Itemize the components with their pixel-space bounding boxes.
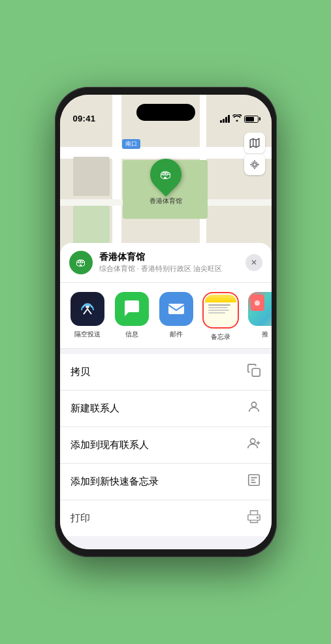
messages-icon xyxy=(115,292,149,326)
airdrop-icon xyxy=(71,292,104,326)
share-mail[interactable]: 邮件 xyxy=(154,292,198,342)
messages-label: 信息 xyxy=(125,330,138,339)
status-time: 09:41 xyxy=(73,114,96,123)
map-type-button[interactable] xyxy=(244,133,265,153)
share-more[interactable]: 推 xyxy=(243,292,272,342)
airdrop-label: 隔空投送 xyxy=(74,330,101,339)
svg-rect-7 xyxy=(252,368,260,376)
location-icon: 🏟 xyxy=(69,251,93,274)
bottom-sheet: 🏟 香港体育馆 综合体育馆 · 香港特别行政区 油尖旺区 ✕ xyxy=(60,243,272,549)
action-add-notes[interactable]: 添加到新快速备忘录 xyxy=(60,464,272,500)
phone-frame: 09:41 xyxy=(55,87,277,557)
action-copy[interactable]: 拷贝 xyxy=(60,354,272,391)
action-add-existing-label: 添加到现有联系人 xyxy=(71,439,247,451)
location-description: 综合体育馆 · 香港特别行政区 油尖旺区 xyxy=(99,264,239,274)
svg-marker-0 xyxy=(250,138,259,148)
share-airdrop[interactable]: 隔空投送 xyxy=(65,292,110,342)
action-add-notes-label: 添加到新快速备忘录 xyxy=(71,475,247,488)
mail-icon xyxy=(159,292,193,326)
map-controls xyxy=(244,133,265,175)
svg-point-9 xyxy=(250,439,255,443)
action-new-contact[interactable]: 新建联系人 xyxy=(60,391,272,427)
location-card: 🏟 香港体育馆 综合体育馆 · 香港特别行政区 油尖旺区 ✕ xyxy=(60,243,272,283)
action-new-contact-label: 新建联系人 xyxy=(71,402,247,415)
notes-label: 备忘录 xyxy=(211,332,230,342)
action-list: 拷贝 新建联系人 xyxy=(60,354,272,536)
svg-rect-6 xyxy=(168,304,184,314)
battery-icon xyxy=(244,116,259,123)
action-print-label: 打印 xyxy=(71,512,247,524)
svg-point-8 xyxy=(251,402,256,407)
map-label: 南口 xyxy=(122,139,140,149)
action-print[interactable]: 打印 xyxy=(60,500,272,536)
pin-label: 香港体育馆 xyxy=(150,197,182,206)
close-button[interactable]: ✕ xyxy=(245,254,262,271)
svg-point-3 xyxy=(253,163,256,166)
share-messages[interactable]: 信息 xyxy=(110,292,154,342)
status-icons xyxy=(220,114,259,123)
share-notes[interactable]: 备忘录 xyxy=(198,292,243,342)
action-copy-label: 拷贝 xyxy=(71,366,247,378)
dynamic-island xyxy=(136,104,195,121)
more-apps-label: 推 xyxy=(262,330,268,339)
notes-icon xyxy=(205,295,236,326)
person-add-icon xyxy=(247,436,261,454)
phone-screen: 09:41 xyxy=(60,95,272,549)
mail-label: 邮件 xyxy=(170,330,183,339)
location-pin: 🏟 香港体育馆 xyxy=(150,159,182,206)
location-button[interactable] xyxy=(244,154,265,175)
notes-action-icon xyxy=(247,473,261,491)
location-name: 香港体育馆 xyxy=(99,251,239,263)
person-icon xyxy=(247,400,261,417)
svg-point-12 xyxy=(257,517,258,518)
share-actions-row: 隔空投送 信息 xyxy=(60,283,272,349)
wifi-icon xyxy=(232,114,242,123)
copy-icon xyxy=(247,363,261,381)
location-info: 香港体育馆 综合体育馆 · 香港特别行政区 油尖旺区 xyxy=(99,251,239,274)
more-apps-icon xyxy=(248,292,272,326)
signal-icon xyxy=(220,115,230,123)
action-add-existing[interactable]: 添加到现有联系人 xyxy=(60,427,272,464)
print-icon xyxy=(247,509,261,527)
